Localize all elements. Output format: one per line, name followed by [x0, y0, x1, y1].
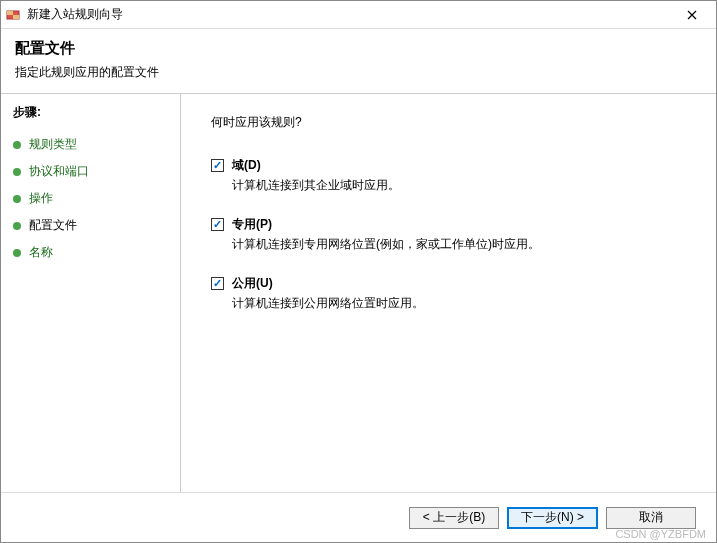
page-title: 配置文件	[15, 39, 702, 58]
steps-heading: 步骤:	[13, 104, 168, 121]
close-button[interactable]	[672, 2, 712, 28]
step-label: 配置文件	[29, 217, 77, 234]
step-label: 名称	[29, 244, 53, 261]
checkbox-private[interactable]	[211, 218, 224, 231]
option-label: 域(D)	[232, 157, 261, 174]
step-label: 操作	[29, 190, 53, 207]
checkbox-domain[interactable]	[211, 159, 224, 172]
option-public: 公用(U) 计算机连接到公用网络位置时应用。	[211, 275, 686, 312]
step-protocol-ports[interactable]: 协议和端口	[13, 158, 168, 185]
wizard-content: 何时应用该规则? 域(D) 计算机连接到其企业域时应用。 专用(P) 计算机连接…	[181, 94, 716, 492]
titlebar: 新建入站规则向导	[1, 1, 716, 29]
checkbox-public[interactable]	[211, 277, 224, 290]
back-button[interactable]: < 上一步(B)	[409, 507, 499, 529]
svg-rect-1	[7, 11, 13, 15]
option-label: 公用(U)	[232, 275, 273, 292]
step-rule-type[interactable]: 规则类型	[13, 131, 168, 158]
page-subtitle: 指定此规则应用的配置文件	[15, 64, 702, 81]
step-name[interactable]: 名称	[13, 239, 168, 266]
bullet-icon	[13, 249, 21, 257]
bullet-icon	[13, 195, 21, 203]
option-label: 专用(P)	[232, 216, 272, 233]
bullet-icon	[13, 222, 21, 230]
bullet-icon	[13, 141, 21, 149]
wizard-body: 步骤: 规则类型 协议和端口 操作 配置文件 名称 何时应用该规则? 域(D) …	[1, 94, 716, 492]
wizard-window: 新建入站规则向导 配置文件 指定此规则应用的配置文件 步骤: 规则类型 协议和端…	[0, 0, 717, 543]
option-private: 专用(P) 计算机连接到专用网络位置(例如，家或工作单位)时应用。	[211, 216, 686, 253]
svg-rect-2	[13, 15, 19, 19]
bullet-icon	[13, 168, 21, 176]
step-label: 规则类型	[29, 136, 77, 153]
question-text: 何时应用该规则?	[211, 114, 686, 131]
next-button[interactable]: 下一步(N) >	[507, 507, 598, 529]
firewall-icon	[5, 7, 21, 23]
wizard-header: 配置文件 指定此规则应用的配置文件	[1, 29, 716, 94]
cancel-button[interactable]: 取消	[606, 507, 696, 529]
option-desc: 计算机连接到其企业域时应用。	[232, 177, 686, 194]
option-domain: 域(D) 计算机连接到其企业域时应用。	[211, 157, 686, 194]
option-desc: 计算机连接到专用网络位置(例如，家或工作单位)时应用。	[232, 236, 686, 253]
window-title: 新建入站规则向导	[27, 6, 672, 23]
step-profile[interactable]: 配置文件	[13, 212, 168, 239]
step-label: 协议和端口	[29, 163, 89, 180]
option-desc: 计算机连接到公用网络位置时应用。	[232, 295, 686, 312]
wizard-footer: < 上一步(B) 下一步(N) > 取消	[1, 492, 716, 542]
step-action[interactable]: 操作	[13, 185, 168, 212]
steps-sidebar: 步骤: 规则类型 协议和端口 操作 配置文件 名称	[1, 94, 181, 492]
